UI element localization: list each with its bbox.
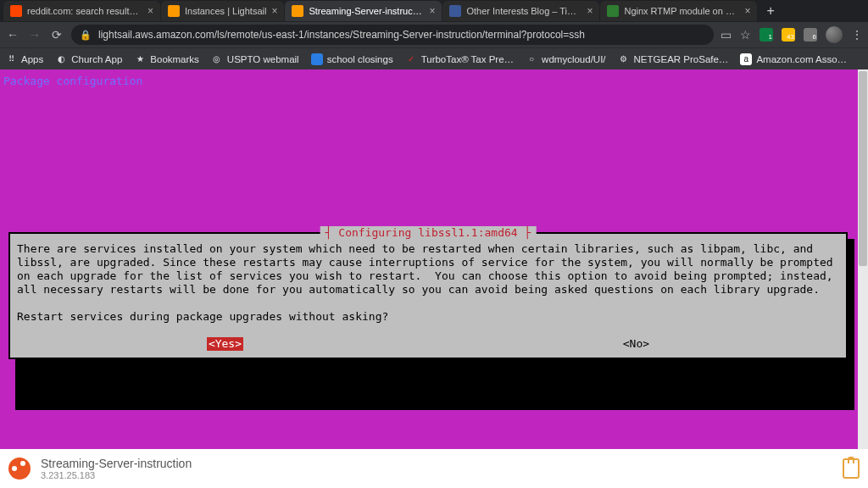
bookmark-school-closings[interactable]: school closings	[311, 53, 393, 65]
globe-icon: ◎	[211, 53, 223, 65]
bookmark-label: wdmycloud/UI/	[542, 54, 605, 64]
tab-streaming-server[interactable]: Streaming-Server-instruction ×	[285, 1, 442, 21]
bookmark-church-app[interactable]: ◐Church App	[55, 53, 122, 65]
back-button[interactable]: ←	[5, 28, 20, 42]
no-button[interactable]: <No>	[623, 337, 649, 351]
bookmark-label: Bookmarks	[150, 54, 199, 64]
close-icon[interactable]: ×	[744, 5, 750, 17]
configure-libssl-dialog: ┤ Configuring libssl1.1:amd64 ├ There ar…	[8, 232, 848, 359]
ubuntu-icon	[8, 458, 31, 480]
globe-icon: ◐	[55, 53, 67, 65]
badge: 43	[787, 33, 794, 41]
extension-1-icon[interactable]: 1	[760, 28, 773, 42]
globe-icon: ○	[526, 53, 537, 65]
badge: 6	[813, 33, 816, 41]
bookmark-label: school closings	[327, 54, 393, 64]
reload-button[interactable]: ⟳	[49, 28, 64, 42]
bookmark-apps[interactable]: ⠿Apps	[5, 53, 43, 65]
aws-icon	[292, 5, 303, 17]
browser-tabstrip: reddit.com: search results - hls × Insta…	[0, 0, 868, 22]
bookmark-amazon[interactable]: aAmazon.com Asso…	[740, 53, 847, 65]
forward-button[interactable]: →	[27, 28, 42, 42]
tab-reddit[interactable]: reddit.com: search results - hls ×	[3, 1, 160, 21]
menu-icon[interactable]: ⋮	[851, 28, 863, 42]
star-icon: ★	[134, 53, 146, 65]
tab-title: Other Interests Blog – Tim's Dr	[466, 6, 581, 16]
tab-nginx-rtmp[interactable]: Nginx RTMP module on Ubuntu ×	[600, 1, 757, 21]
tab-title: Streaming-Server-instruction	[309, 6, 424, 16]
bookmark-turbotax[interactable]: ✓TurboTax® Tax Pre…	[405, 53, 514, 65]
bookmark-bookmarks[interactable]: ★Bookmarks	[134, 53, 199, 65]
close-icon[interactable]: ×	[271, 5, 277, 17]
site-icon	[311, 53, 323, 65]
check-icon: ✓	[405, 53, 417, 65]
new-tab-button[interactable]: +	[758, 3, 782, 19]
tab-title: Instances | Lightsail	[185, 6, 266, 16]
toolbar-right: ▭ ☆ 1 43 6 ⋮	[721, 26, 863, 43]
bookmark-wdmycloud[interactable]: ○wdmycloud/UI/	[526, 53, 605, 65]
url-text: lightsail.aws.amazon.com/ls/remote/us-ea…	[98, 29, 585, 41]
profile-avatar[interactable]	[826, 26, 843, 43]
instance-ip: 3.231.25.183	[41, 470, 192, 480]
lock-icon: 🔒	[80, 30, 92, 41]
close-icon[interactable]: ×	[147, 5, 153, 17]
badge: 1	[769, 33, 772, 41]
yes-button[interactable]: <Yes>	[207, 337, 243, 351]
nginx-icon	[607, 5, 619, 17]
dialog-buttons: <Yes> <No>	[17, 337, 839, 351]
terminal-scrollbar[interactable]	[858, 69, 868, 449]
cast-icon[interactable]: ▭	[721, 28, 732, 42]
dialog-body-text: There are services installed on your sys…	[17, 242, 839, 297]
star-icon[interactable]: ☆	[740, 28, 751, 42]
bookmark-label: NETGEAR ProSafe…	[634, 54, 729, 64]
clipboard-icon[interactable]	[843, 458, 860, 479]
package-config-header: Package configuration	[3, 75, 142, 88]
bookmarks-bar: ⠿Apps ◐Church App ★Bookmarks ◎USPTO webm…	[0, 47, 868, 69]
dialog-question-text: Restart services during package upgrades…	[17, 310, 839, 324]
instance-meta: Streaming-Server-instruction 3.231.25.18…	[41, 457, 192, 480]
lightsail-footer: Streaming-Server-instruction 3.231.25.18…	[0, 449, 868, 488]
address-bar[interactable]: 🔒 lightsail.aws.amazon.com/ls/remote/us-…	[71, 25, 714, 45]
scrollbar-thumb[interactable]	[859, 71, 867, 266]
close-icon[interactable]: ×	[587, 5, 593, 17]
bookmark-label: Apps	[21, 54, 43, 64]
bookmark-label: Church App	[71, 54, 122, 64]
bookmark-label: TurboTax® Tax Pre…	[421, 54, 514, 64]
amazon-icon: a	[740, 53, 752, 65]
instance-name: Streaming-Server-instruction	[41, 457, 192, 470]
gear-icon: ⚙	[618, 53, 630, 65]
reddit-icon	[10, 5, 22, 17]
dialog-title: ┤ Configuring libssl1.1:amd64 ├	[320, 226, 537, 240]
blog-icon	[449, 5, 461, 17]
apps-icon: ⠿	[5, 53, 17, 65]
tab-other-interests[interactable]: Other Interests Blog – Tim's Dr ×	[442, 1, 599, 21]
extension-3-icon[interactable]: 6	[804, 28, 817, 42]
bookmark-label: USPTO webmail	[227, 54, 299, 64]
browser-toolbar: ← → ⟳ 🔒 lightsail.aws.amazon.com/ls/remo…	[0, 22, 868, 47]
close-icon[interactable]: ×	[429, 5, 435, 17]
extension-2-icon[interactable]: 43	[782, 28, 795, 42]
dialog-title-text: Configuring libssl1.1:amd64	[338, 226, 517, 239]
bookmark-netgear[interactable]: ⚙NETGEAR ProSafe…	[618, 53, 729, 65]
aws-icon	[168, 5, 180, 17]
bookmark-uspto[interactable]: ◎USPTO webmail	[211, 53, 299, 65]
bookmark-label: Amazon.com Asso…	[756, 54, 847, 64]
tab-lightsail-instances[interactable]: Instances | Lightsail ×	[161, 1, 284, 21]
terminal-viewport[interactable]: Package configuration ┤ Configuring libs…	[0, 69, 868, 449]
tab-title: Nginx RTMP module on Ubuntu	[624, 6, 739, 16]
tab-title: reddit.com: search results - hls	[27, 6, 142, 16]
